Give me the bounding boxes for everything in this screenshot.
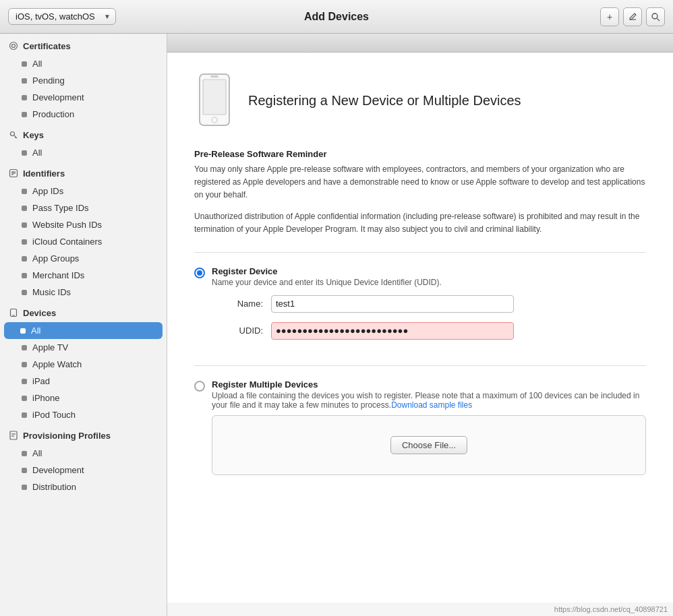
dot-icon — [22, 362, 27, 367]
sidebar-item-prov-development[interactable]: Development — [0, 462, 167, 479]
dot-icon — [22, 468, 27, 473]
sidebar-item-app-groups[interactable]: App Groups — [0, 250, 167, 267]
top-bar: iOS, tvOS, watchOS macOS All ▼ Add Devic… — [0, 0, 673, 34]
sidebar-item-label: iCloud Containers — [32, 237, 102, 247]
sidebar-item-label: Development — [32, 92, 84, 102]
sidebar-item-apple-watch[interactable]: Apple Watch — [0, 356, 167, 373]
dot-icon — [22, 273, 27, 278]
sidebar-item-label: iPad — [32, 376, 50, 386]
sidebar-section-devices[interactable]: Devices — [0, 301, 167, 322]
platform-select[interactable]: iOS, tvOS, watchOS macOS All — [8, 8, 116, 25]
certificate-icon — [8, 40, 19, 51]
dot-icon — [22, 222, 27, 228]
dot-icon — [22, 239, 27, 245]
sidebar-item-label: App IDs — [32, 186, 63, 196]
sidebar-item-certs-all[interactable]: All — [0, 55, 167, 72]
sidebar-section-provisioning[interactable]: Provisioning Profiles — [0, 423, 167, 445]
sidebar-item-label: All — [32, 59, 42, 69]
certificates-header-label: Certificates — [23, 41, 71, 51]
register-multiple-label: Register Multiple Devices — [212, 379, 646, 390]
sidebar-item-label: All — [32, 148, 42, 158]
sidebar-item-prov-distribution[interactable]: Distribution — [0, 479, 167, 495]
prereq-text1: You may only share Apple pre-release sof… — [194, 163, 646, 202]
svg-rect-17 — [203, 80, 226, 115]
register-device-section: Register Device Name your device and ent… — [194, 266, 646, 349]
register-device-label: Register Device — [212, 266, 514, 276]
sidebar-section-certificates[interactable]: Certificates — [0, 34, 167, 55]
device-header-title: Registering a New Device or Multiple Dev… — [248, 93, 521, 109]
prereq-section: Pre-Release Software Reminder You may on… — [194, 149, 646, 236]
register-multiple-text: Upload a file containing the devices you… — [212, 391, 646, 410]
name-input[interactable] — [271, 295, 514, 313]
edit-icon — [628, 12, 637, 22]
search-button[interactable] — [646, 7, 665, 26]
name-label: Name: — [229, 299, 263, 309]
sidebar-item-label: Production — [32, 109, 74, 119]
sidebar-item-website-push-ids[interactable]: Website Push IDs — [0, 216, 167, 233]
dot-icon — [22, 112, 27, 117]
dot-icon — [22, 78, 27, 84]
section-divider — [194, 252, 646, 253]
content-area: Registering a New Device or Multiple Dev… — [167, 34, 673, 616]
dot-icon — [20, 328, 26, 334]
svg-point-0 — [652, 13, 657, 19]
sidebar-item-music-ids[interactable]: Music IDs — [0, 284, 167, 301]
dot-icon — [22, 95, 27, 100]
sidebar-item-apple-tv[interactable]: Apple TV — [0, 339, 167, 356]
svg-point-2 — [10, 42, 18, 50]
search-icon — [651, 12, 660, 22]
sidebar-item-certs-development[interactable]: Development — [0, 89, 167, 106]
sidebar-item-merchant-ids[interactable]: Merchant IDs — [0, 267, 167, 284]
sidebar-item-label: App Groups — [32, 253, 79, 264]
sidebar-item-certs-pending[interactable]: Pending — [0, 72, 167, 89]
sidebar-item-ipod-touch[interactable]: iPod Touch — [0, 406, 167, 423]
sidebar-item-label: Pending — [32, 75, 65, 86]
sidebar-item-label: Apple TV — [32, 342, 68, 352]
devices-header-label: Devices — [23, 308, 56, 318]
dot-icon — [22, 396, 27, 401]
name-form-row: Name: — [229, 295, 514, 313]
sidebar-item-label: Apple Watch — [32, 359, 82, 369]
sidebar-section-identifiers[interactable]: Identifiers — [0, 161, 167, 183]
register-multiple-section: Register Multiple Devices Upload a file … — [194, 379, 646, 475]
dot-icon — [22, 150, 27, 156]
prereq-title: Pre-Release Software Reminder — [194, 149, 646, 159]
sidebar-item-keys-all[interactable]: All — [0, 144, 167, 161]
device-icon — [194, 73, 235, 129]
register-multiple-radio[interactable] — [194, 381, 205, 392]
top-bar-left: iOS, tvOS, watchOS macOS All ▼ — [8, 8, 116, 25]
sidebar-section-keys[interactable]: Keys — [0, 123, 167, 144]
sidebar-item-prov-all[interactable]: All — [0, 445, 167, 462]
sidebar-item-certs-production[interactable]: Production — [0, 106, 167, 123]
devices-icon — [8, 307, 19, 318]
provisioning-icon — [8, 430, 19, 441]
toolbar-buttons: + — [600, 7, 665, 26]
sidebar-item-label: Merchant IDs — [32, 270, 84, 280]
sidebar-item-label: Website Push IDs — [32, 220, 102, 230]
svg-rect-13 — [10, 431, 17, 439]
content-body: Registering a New Device or Multiple Dev… — [167, 53, 673, 603]
sidebar-item-app-ids[interactable]: App IDs — [0, 183, 167, 199]
sidebar-item-pass-type-ids[interactable]: Pass Type IDs — [0, 199, 167, 216]
udid-input[interactable] — [271, 322, 514, 340]
sidebar-item-devices-all[interactable]: All — [4, 322, 163, 339]
keys-header-label: Keys — [23, 130, 44, 140]
sidebar-item-iphone[interactable]: iPhone — [0, 390, 167, 406]
key-icon — [8, 129, 19, 140]
identifiers-icon — [8, 168, 19, 179]
edit-button[interactable] — [623, 7, 642, 26]
sidebar-item-icloud-containers[interactable]: iCloud Containers — [0, 233, 167, 250]
provisioning-header-label: Provisioning Profiles — [23, 431, 111, 441]
section-divider-2 — [194, 365, 646, 366]
platform-selector-wrap: iOS, tvOS, watchOS macOS All ▼ — [8, 8, 116, 25]
add-button[interactable]: + — [600, 7, 619, 26]
sidebar-item-ipad[interactable]: iPad — [0, 373, 167, 390]
dot-icon — [22, 206, 27, 211]
main-layout: Certificates All Pending Development Pro… — [0, 34, 673, 616]
sidebar-item-label: All — [32, 448, 42, 458]
register-device-radio[interactable] — [194, 268, 205, 278]
download-sample-link[interactable]: Download sample files — [391, 400, 472, 410]
choose-file-button[interactable]: Choose File... — [390, 436, 467, 454]
content-top-bar — [167, 34, 673, 53]
watermark: https://blog.csdn.net/cq_40898721 — [167, 603, 673, 616]
